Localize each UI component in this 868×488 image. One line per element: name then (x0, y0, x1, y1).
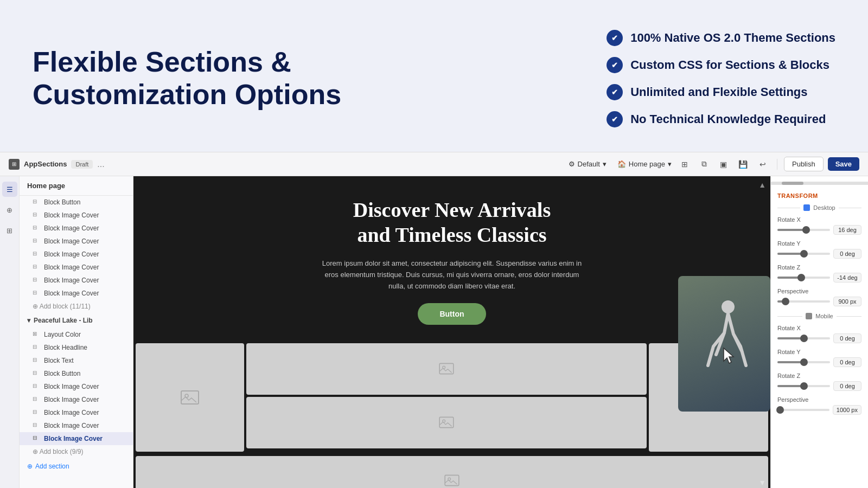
rotate-y-slider[interactable] (777, 253, 830, 255)
check-icon-4: ✔ (607, 111, 623, 127)
lib-bic-4[interactable]: ⊟ Block Image Cover (20, 419, 133, 432)
search-icon-button[interactable]: ⊕ (2, 202, 17, 217)
mobile-rotate-y-slider[interactable] (777, 361, 830, 363)
layers-icon-button[interactable]: ☰ (2, 182, 17, 197)
block-icon: ⊟ (33, 277, 40, 284)
lib-block-headline[interactable]: ⊟ Block Headline (20, 341, 133, 354)
default-dropdown[interactable]: ⚙ Default ▾ (569, 160, 607, 168)
add-block-1[interactable]: ⊕ Add block (11/11) (20, 300, 133, 313)
lib-bic-1[interactable]: ⊟ Block Image Cover (20, 380, 133, 393)
lib-item-label: Layout Color (44, 331, 81, 338)
sidebar-item-bic-4[interactable]: ⊟ Block Image Cover (20, 248, 133, 261)
perspective-thumb[interactable] (782, 298, 789, 305)
canvas-image-3 (246, 397, 647, 448)
mobile-rz-thumb[interactable] (800, 382, 808, 390)
rotate-z-slider[interactable] (777, 277, 830, 279)
draft-badge[interactable]: Draft (71, 160, 93, 169)
undo-icon-button[interactable]: ↩ (755, 157, 770, 172)
feature-label-2: Custom CSS for Sections & Blocks (630, 58, 829, 72)
lib-bic-3[interactable]: ⊟ Block Image Cover (20, 406, 133, 419)
hero-section: Flexible Sections & Customization Option… (0, 0, 868, 152)
save-icon-button[interactable]: 💾 (736, 157, 751, 172)
sidebar-item-bic-7[interactable]: ⊟ Block Image Cover (20, 287, 133, 300)
mobile-rotate-z-value[interactable]: 0 deg (833, 381, 861, 391)
lib-bic-2[interactable]: ⊟ Block Image Cover (20, 393, 133, 406)
desktop-separator: Desktop (771, 201, 868, 214)
publish-button[interactable]: Publish (784, 157, 824, 171)
sidebar-item-bic-5[interactable]: ⊟ Block Image Cover (20, 261, 133, 274)
lib-block-button[interactable]: ⊟ Block Button (20, 367, 133, 380)
canvas-title: Discover New Arrivals and Timeless Class… (150, 198, 754, 247)
block-icon: ⊟ (33, 290, 40, 297)
editor-container: ⊞ AppSections Draft ... ⚙ Default ▾ 🏠 Ho… (0, 152, 868, 488)
scroll-arrow-down: ▼ (758, 478, 766, 487)
lib-item-label: Block Text (44, 357, 73, 364)
mobile-rotate-z-label: Rotate Z (771, 370, 868, 380)
feature-label-3: Unlimited and Flexible Settings (630, 85, 807, 99)
perspective-label: Perspective (771, 286, 868, 296)
canvas-button[interactable]: Button (418, 303, 486, 325)
desktop-dot (803, 204, 810, 211)
perspective-slider[interactable] (777, 300, 830, 303)
add-block-lib[interactable]: ⊕ Add block (9/9) (20, 445, 133, 458)
mobile-ry-thumb[interactable] (800, 358, 808, 366)
mobile-rotate-y-value[interactable]: 0 deg (833, 357, 861, 367)
sidebar-item-bic-1[interactable]: ⊟ Block Image Cover (20, 209, 133, 222)
mobile-perspective-value[interactable]: 1000 px (833, 405, 861, 415)
mobile-perspective-slider[interactable] (777, 409, 829, 411)
rotate-z-thumb[interactable] (797, 274, 805, 281)
settings-icon: ⚙ (569, 160, 575, 168)
settings-icon-button[interactable]: ⊞ (2, 223, 17, 238)
page-dropdown[interactable]: 🏠 Home page ▾ (617, 160, 672, 168)
lib-section[interactable]: ▾ Peaceful Lake - Lib (20, 313, 133, 328)
mobile-rx-thumb[interactable] (800, 335, 808, 342)
mobile-rotate-x-slider[interactable] (777, 337, 830, 339)
more-menu-button[interactable]: ... (97, 159, 104, 169)
mobile-rotate-z-slider[interactable] (777, 385, 830, 387)
block-icon: ⊟ (33, 422, 40, 429)
mobile-rotate-x-row: 0 deg (771, 332, 868, 346)
sidebar-item-bic-6[interactable]: ⊟ Block Image Cover (20, 274, 133, 287)
lib-block-text[interactable]: ⊟ Block Text (20, 354, 133, 367)
mobile-rotate-x-value[interactable]: 0 deg (833, 333, 861, 343)
mobile-separator: Mobile (771, 310, 868, 323)
desktop-icon-button[interactable]: ▣ (716, 157, 731, 172)
copy-icon-button[interactable]: ⧉ (697, 157, 712, 172)
rotate-x-value[interactable]: 16 deg (833, 225, 861, 235)
sidebar-item-label: Block Image Cover (44, 251, 99, 258)
perspective-value[interactable]: 900 px (833, 297, 861, 306)
mobile-perspective-row: 1000 px (771, 404, 868, 418)
sidebar-item-label: Block Image Cover (44, 277, 99, 284)
feature-label-1: 100% Native OS 2.0 Theme Sections (630, 31, 835, 45)
image-placeholder-icon (179, 387, 201, 408)
rotate-x-thumb[interactable] (802, 226, 810, 234)
rotate-y-value[interactable]: 0 deg (833, 249, 861, 259)
sidebar-item-bic-3[interactable]: ⊟ Block Image Cover (20, 235, 133, 248)
lib-layout-color[interactable]: ⊠ Layout Color (20, 328, 133, 341)
block-icon: ⊟ (33, 211, 40, 219)
sidebar-item-label: Block Image Cover (44, 211, 99, 219)
save-button[interactable]: Save (828, 157, 859, 171)
grid-icon-button[interactable]: ⊞ (677, 157, 692, 172)
default-label: Default (578, 160, 600, 168)
mobile-perspective-thumb[interactable] (776, 406, 784, 414)
mobile-label: Mobile (815, 313, 833, 319)
rotate-x-slider[interactable] (777, 229, 830, 231)
scrollbar-top[interactable] (771, 182, 868, 185)
sep-line-left (777, 208, 800, 208)
plus-circle-icon: ⊕ (27, 463, 33, 470)
app-icon: ⊞ (9, 159, 20, 170)
image-placeholder-icon (443, 472, 461, 488)
lib-section-label: Peaceful Lake - Lib (34, 317, 93, 324)
mobile-rotate-x-label: Rotate X (771, 323, 868, 332)
sidebar-item-label: Block Image Cover (44, 224, 99, 232)
lib-bic-5-active[interactable]: ⊟ Block Image Cover (20, 432, 133, 445)
sidebar-item-block-button[interactable]: ⊟ Block Button (20, 196, 133, 209)
sidebar-item-bic-2[interactable]: ⊟ Block Image Cover (20, 222, 133, 235)
rotate-z-value[interactable]: -14 deg (833, 273, 861, 282)
block-icon: ⊟ (33, 251, 40, 258)
add-section-button[interactable]: ⊕ Add section (20, 458, 133, 474)
lib-item-label: Block Headline (44, 344, 87, 351)
image-placeholder-icon (438, 360, 455, 377)
rotate-y-thumb[interactable] (800, 250, 808, 258)
